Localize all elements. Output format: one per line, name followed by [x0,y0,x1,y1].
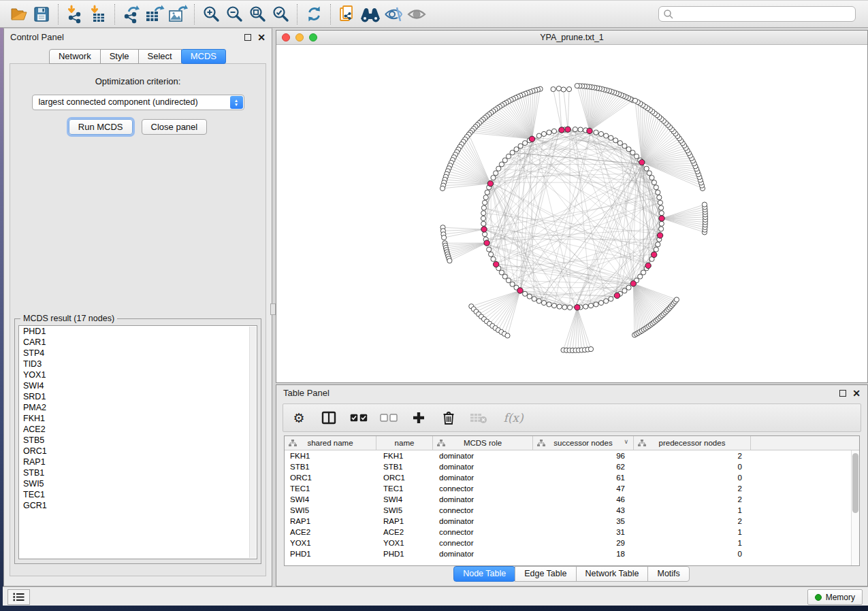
graph-node[interactable] [494,171,498,176]
graph-node[interactable] [656,190,660,195]
mcds-result-list[interactable]: PHD1CAR1STP4TID3YOX1SWI4SRD1PMA2FKH1ACE2… [18,325,257,559]
column-header-predecessor-nodes[interactable]: predecessor nodes [634,436,751,450]
graph-node[interactable] [502,274,507,279]
graph-node[interactable] [604,133,609,138]
close-panel-icon[interactable]: ✕ [257,34,266,41]
graph-node[interactable] [594,130,598,135]
graph-node[interactable] [551,87,556,92]
tab-edge-table[interactable]: Edge Table [515,566,576,582]
export-network-icon[interactable] [120,3,143,26]
graph-node[interactable] [547,130,551,135]
graph-node[interactable] [575,84,579,88]
search-input[interactable] [674,10,851,19]
graph-node[interactable] [622,288,627,293]
graph-node[interactable] [481,205,486,210]
run-mcds-button[interactable]: Run MCDS [69,119,133,135]
import-network-icon[interactable] [63,3,86,26]
graph-node[interactable] [541,131,546,136]
mcds-dominator-node[interactable] [494,261,499,267]
zoom-fit-icon[interactable] [246,3,269,26]
graph-node[interactable] [440,186,445,191]
graph-node[interactable] [638,274,643,279]
graph-node[interactable] [656,242,660,247]
mcds-dominator-node[interactable] [481,227,487,232]
open-file-icon[interactable] [7,3,30,26]
mcds-dominator-node[interactable] [630,281,636,286]
mcds-dominator-node[interactable] [565,127,570,132]
mcds-dominator-node[interactable] [575,305,580,310]
graph-node[interactable] [499,270,504,275]
search-field[interactable] [658,6,856,22]
tab-mcds[interactable]: MCDS [181,49,226,64]
graph-node[interactable] [634,154,639,159]
graph-node[interactable] [541,301,546,306]
zoom-in-icon[interactable] [199,3,223,26]
graph-node[interactable] [588,303,593,308]
graph-node[interactable] [510,150,515,155]
graph-node[interactable] [632,98,637,103]
graph-node[interactable] [613,138,618,143]
select-all-checkboxes-icon[interactable] [350,409,368,427]
network-graph[interactable] [276,45,867,382]
mcds-dominator-node[interactable] [614,293,620,298]
mcds-dominator-node[interactable] [659,216,664,221]
mcds-dominator-node[interactable] [559,127,564,133]
graph-node[interactable] [566,87,571,92]
graph-node[interactable] [483,200,487,205]
graph-node[interactable] [652,180,656,185]
column-header-name[interactable]: name [376,436,433,450]
graph-node[interactable] [483,195,488,200]
graph-node[interactable] [573,127,577,132]
graph-node[interactable] [556,86,561,91]
graph-node[interactable] [523,141,528,146]
tab-network-table[interactable]: Network Table [576,566,649,582]
graph-node[interactable] [659,227,664,231]
table-row[interactable]: YOX1YOX1connector291 [285,538,851,548]
graph-node[interactable] [483,232,487,237]
table-row[interactable]: FKH1FKH1dominator962 [285,450,851,461]
settings-gear-icon[interactable]: ⚙ [290,409,308,427]
graph-node[interactable] [442,235,447,240]
graph-node[interactable] [518,144,523,148]
graph-node[interactable] [659,211,664,216]
split-panel-icon[interactable] [320,409,338,427]
graph-node[interactable] [496,166,501,171]
export-image-icon[interactable] [166,3,189,26]
import-table-icon[interactable] [86,3,110,26]
graph-node[interactable] [481,221,486,226]
add-column-icon[interactable] [410,409,428,427]
memory-button[interactable]: Memory [807,589,863,605]
graph-node[interactable] [499,162,504,167]
table-row[interactable]: SWI4SWI4dominator462 [285,494,851,505]
table-row[interactable]: TEC1TEC1connector472 [285,483,851,494]
graph-node[interactable] [630,150,635,155]
graph-node[interactable] [485,190,489,195]
graph-node[interactable] [568,305,573,310]
mcds-dominator-node[interactable] [487,181,493,186]
mcds-dominator-node[interactable] [639,159,645,165]
graph-node[interactable] [609,297,613,301]
tab-node-table[interactable]: Node Table [453,566,515,582]
mcds-list-scrollbar[interactable] [249,327,256,558]
graph-node[interactable] [702,202,707,207]
graph-node[interactable] [647,171,652,176]
graph-node[interactable] [561,87,566,92]
column-header-shared-name[interactable]: shared name [285,436,376,450]
graph-node[interactable] [626,285,631,290]
graph-node[interactable] [598,301,603,306]
graph-node[interactable] [502,158,507,163]
column-header-MCDS-role[interactable]: MCDS role [433,436,533,450]
function-builder-icon[interactable]: f(x) [500,409,527,427]
table-row[interactable]: RAP1RAP1dominator352 [285,516,851,527]
graph-node[interactable] [594,302,598,307]
graph-node[interactable] [527,294,532,299]
float-panel-icon[interactable] [839,390,846,397]
table-row[interactable]: STB1STB1dominator620 [285,461,851,472]
graph-node[interactable] [557,304,562,309]
tab-select[interactable]: Select [138,49,182,64]
graph-node[interactable] [598,131,603,136]
graph-node[interactable] [659,205,664,210]
table-scrollbar[interactable] [851,450,859,565]
graph-node[interactable] [523,291,528,296]
mcds-dominator-node[interactable] [657,233,662,238]
